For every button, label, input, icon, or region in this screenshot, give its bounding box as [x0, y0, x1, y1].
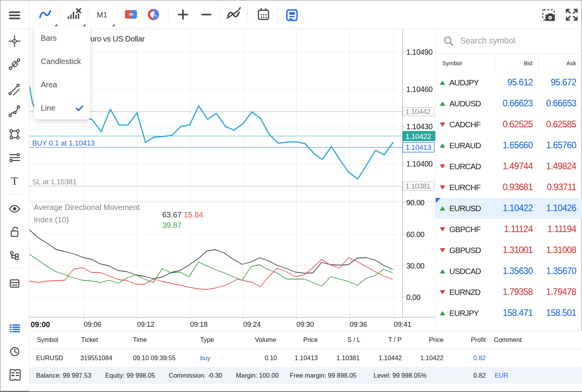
svg-text:SL at 1.10381: SL at 1.10381 — [32, 178, 77, 186]
svg-text:1.10413: 1.10413 — [405, 143, 431, 151]
svg-text:1.10442: 1.10442 — [405, 108, 430, 116]
svg-text:1.10381: 1.10381 — [405, 182, 430, 190]
svg-text:0.00: 0.00 — [406, 293, 421, 302]
svg-text:1.10400: 1.10400 — [406, 160, 433, 168]
svg-text:60.00: 60.00 — [406, 230, 424, 239]
svg-text:09:36: 09:36 — [350, 321, 367, 328]
svg-text:1.10422: 1.10422 — [405, 132, 431, 140]
svg-text:09:18: 09:18 — [190, 321, 208, 328]
svg-text:09:12: 09:12 — [137, 321, 154, 328]
svg-text:1.10460: 1.10460 — [406, 85, 433, 94]
svg-text:1.10430: 1.10430 — [406, 122, 433, 131]
svg-text:09:41: 09:41 — [394, 321, 411, 328]
svg-text:09:00: 09:00 — [31, 320, 50, 329]
svg-text:90.00: 90.00 — [406, 198, 424, 207]
svg-text:39.87: 39.87 — [162, 221, 182, 229]
svg-text:Average Directional Movement: Average Directional Movement — [34, 203, 140, 212]
svg-text:09:24: 09:24 — [243, 321, 261, 328]
svg-text:Index (10): Index (10) — [34, 215, 69, 224]
svg-text:09:06: 09:06 — [84, 321, 101, 328]
svg-text:63.67 15.84: 63.67 15.84 — [162, 210, 203, 219]
svg-text:30.00: 30.00 — [406, 262, 424, 270]
svg-text:T: T — [11, 174, 18, 187]
svg-text:09:30: 09:30 — [296, 321, 314, 328]
svg-text:M1: M1 — [97, 10, 107, 19]
svg-text:1.10490: 1.10490 — [406, 48, 433, 56]
svg-text:BUY 0.1 at 1.10413: BUY 0.1 at 1.10413 — [32, 139, 95, 147]
